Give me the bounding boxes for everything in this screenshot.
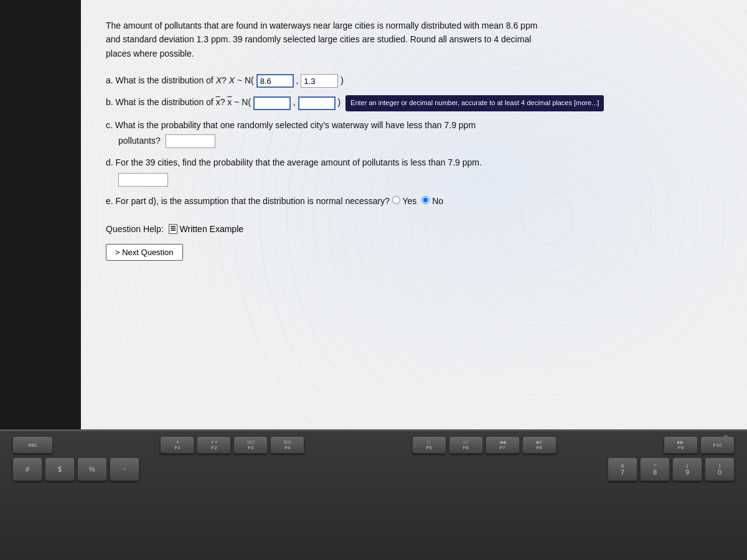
hash-bot: # <box>26 465 29 473</box>
f9-key[interactable]: ▶▶ F9 <box>664 436 698 454</box>
caret-top: ^ <box>123 467 126 472</box>
zero-top: ) <box>719 463 721 469</box>
lparen-key[interactable]: ( 9 <box>672 457 702 481</box>
amp-bot: 7 <box>621 469 624 476</box>
document-icon <box>169 224 177 234</box>
f9-icon: ▶▶ <box>677 440 684 445</box>
f8-label: F8 <box>536 445 542 450</box>
question-c: c. What is the probability that one rand… <box>106 118 722 149</box>
tooltip-box: Enter an integer or decimal number, accu… <box>345 95 604 111</box>
f4-label: F4 <box>284 445 290 450</box>
f3-key[interactable]: ⊟⊡ F3 <box>233 436 268 454</box>
no-radio[interactable] <box>421 196 430 204</box>
question-d-label: d. For the 39 cities, find the probabili… <box>106 157 482 167</box>
written-example-text: Written Example <box>180 224 243 234</box>
f6-key[interactable]: ⟨⟩⟩ F6 <box>449 436 483 454</box>
question-c-label: c. What is the probability that one rand… <box>106 120 476 130</box>
question-d-input[interactable] <box>118 173 168 187</box>
question-a-sd-input[interactable] <box>301 74 338 88</box>
question-b: b. What is the distribution of x? x ~ N(… <box>106 95 722 111</box>
question-a-close: ) <box>341 75 344 85</box>
f2-label: F2 <box>211 445 217 450</box>
zero-key[interactable]: ) 0 <box>705 457 735 481</box>
f3-label: F3 <box>248 445 253 450</box>
f10-key[interactable]: F10 <box>700 436 735 454</box>
f6-icon: ⟨⟩⟩ <box>463 440 469 445</box>
asterisk-key[interactable]: * 8 <box>640 457 670 481</box>
question-c-second-line: pollutants? <box>106 133 722 149</box>
esc-label: esc <box>28 442 37 448</box>
question-e: e. For part d), is the assumption that t… <box>106 194 722 209</box>
question-b-input2[interactable] <box>298 96 336 110</box>
keyboard: esc ☀ F1 ☀☀ F2 ⊟⊡ F3 ⊞⊟ F4 ⟨⟩ F5 ⟨⟩⟩ F6 … <box>0 429 747 560</box>
laptop-screen: The amount of pollutants that are found … <box>81 0 747 436</box>
f9-label: F9 <box>678 445 684 450</box>
f2-key[interactable]: ☀☀ F2 <box>197 436 231 454</box>
main-key-row: # $ % ^ & 7 * 8 ( 9 ) 0 <box>0 456 747 482</box>
question-d: d. For the 39 cities, find the probabili… <box>106 155 722 187</box>
amp-top: & <box>621 463 624 469</box>
question-c-input[interactable] <box>166 134 215 148</box>
dollar-bot: $ <box>58 465 62 473</box>
f5-key[interactable]: ⟨⟩ F5 <box>412 436 446 454</box>
f1-label: F1 <box>174 445 180 450</box>
zero-bot: 0 <box>718 469 721 476</box>
f2-icon: ☀☀ <box>210 440 218 445</box>
next-question-label: > Next Question <box>115 248 174 257</box>
question-b-close: ) <box>338 97 341 107</box>
f1-icon: ☀ <box>176 440 179 445</box>
no-label[interactable]: No <box>432 196 443 206</box>
question-help: Question Help: Written Example <box>106 224 722 234</box>
yes-radio[interactable] <box>392 196 400 204</box>
problem-text: The amount of pollutants that are found … <box>106 19 542 60</box>
f7-icon: ◀◀ <box>499 440 505 445</box>
f6-label: F6 <box>463 445 468 450</box>
ast-bot: 8 <box>653 469 657 476</box>
next-question-button[interactable]: > Next Question <box>106 244 183 261</box>
f4-key[interactable]: ⊞⊟ F4 <box>270 436 304 454</box>
percent-bot: % <box>89 465 95 473</box>
lparen-bot: 9 <box>685 469 689 476</box>
fn-key-row: esc ☀ F1 ☀☀ F2 ⊟⊡ F3 ⊞⊟ F4 ⟨⟩ F5 ⟨⟩⟩ F6 … <box>0 431 747 456</box>
f10-label: F10 <box>713 442 722 448</box>
question-e-radio-group: Yes No <box>392 196 446 206</box>
content-area: The amount of pollutants that are found … <box>81 0 747 273</box>
question-help-label: Question Help: <box>106 224 164 234</box>
question-c-label2: pollutants? <box>118 136 161 146</box>
caret-key[interactable]: ^ <box>110 457 139 481</box>
question-a-comma: , <box>296 75 301 85</box>
question-e-label: e. For part d), is the assumption that t… <box>106 196 392 206</box>
f5-label: F5 <box>426 445 431 450</box>
written-example-link[interactable]: Written Example <box>169 224 243 234</box>
yes-label[interactable]: Yes <box>403 196 417 206</box>
f8-key[interactable]: ▶II F8 <box>522 436 557 454</box>
f5-icon: ⟨⟩ <box>427 440 431 445</box>
ast-top: * <box>654 463 655 469</box>
question-b-comma: , <box>293 97 296 107</box>
question-b-label: b. What is the distribution of x? x ~ N( <box>106 97 251 107</box>
hash-key[interactable]: # <box>12 457 42 481</box>
f1-key[interactable]: ☀ F1 <box>160 436 194 454</box>
percent-key[interactable]: % <box>77 457 107 481</box>
f8-icon: ▶II <box>537 440 542 445</box>
question-b-input1[interactable] <box>253 96 291 110</box>
ampersand-key[interactable]: & 7 <box>608 457 637 481</box>
f4-icon: ⊞⊟ <box>284 440 291 445</box>
question-a-label: a. What is the distribution of X? X ~ N( <box>106 75 254 85</box>
power-indicator <box>723 435 728 440</box>
esc-key[interactable]: esc <box>12 436 53 454</box>
f7-key[interactable]: ◀◀ F7 <box>486 436 520 454</box>
question-a: a. What is the distribution of X? X ~ N(… <box>106 73 722 88</box>
f3-icon: ⊟⊡ <box>247 440 255 445</box>
question-a-mean-input[interactable] <box>256 74 294 88</box>
f7-label: F7 <box>499 445 505 450</box>
lparen-top: ( <box>687 463 688 469</box>
dollar-key[interactable]: $ <box>45 457 75 481</box>
